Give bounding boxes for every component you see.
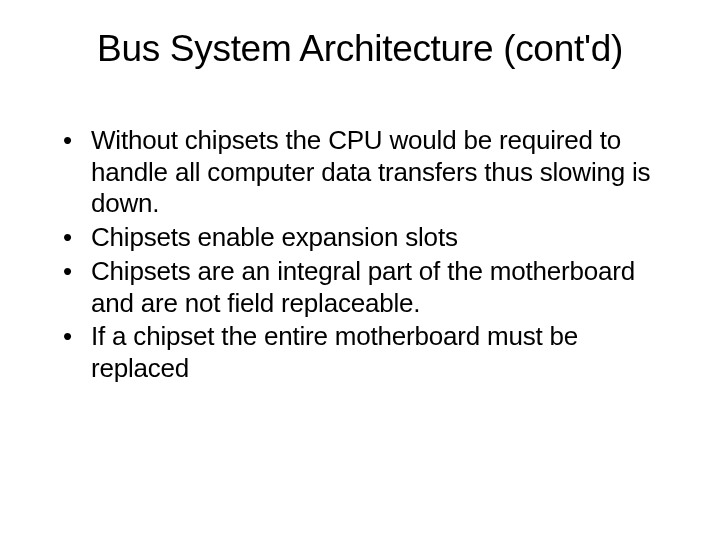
- bullet-item: Without chipsets the CPU would be requir…: [63, 125, 675, 220]
- slide-title: Bus System Architecture (cont'd): [45, 28, 675, 70]
- slide-container: Bus System Architecture (cont'd) Without…: [0, 0, 720, 540]
- bullet-item: Chipsets enable expansion slots: [63, 222, 675, 254]
- bullet-item: If a chipset the entire motherboard must…: [63, 321, 675, 384]
- bullet-item: Chipsets are an integral part of the mot…: [63, 256, 675, 319]
- bullet-list: Without chipsets the CPU would be requir…: [45, 125, 675, 385]
